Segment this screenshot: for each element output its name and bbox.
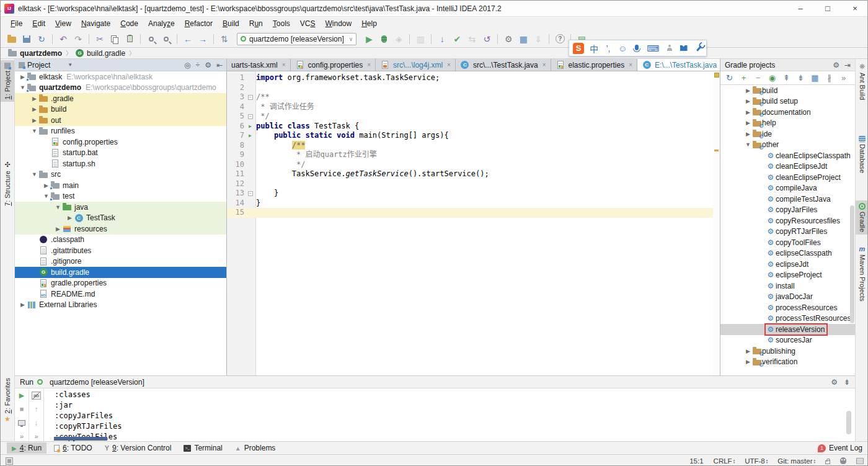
close-icon[interactable]: ×	[629, 61, 632, 68]
chevron-right-icon[interactable]: ▶	[54, 226, 62, 232]
tree-item-external-libraries[interactable]: ▶External Libraries	[15, 300, 226, 311]
coverage-icon[interactable]: ◈	[391, 32, 406, 46]
status-crlf[interactable]: CRLF▴▾	[714, 457, 735, 465]
find-icon[interactable]	[144, 32, 159, 46]
chevron-down-icon[interactable]: ▼	[30, 171, 38, 177]
settings-icon[interactable]: ⚙	[501, 32, 516, 46]
toolwindow-button-4--run[interactable]: ▶4: Run	[7, 442, 46, 454]
gradle-task-processtestresources[interactable]: ⚙processTestResources	[720, 313, 855, 325]
chevron-right-icon[interactable]: ▶	[744, 131, 752, 137]
gradle-task-cleaneclipseproject[interactable]: ⚙cleanEclipseProject	[720, 172, 855, 183]
menu-tools[interactable]: Tools	[268, 18, 295, 29]
tree-item-config.properties[interactable]: config.properties	[15, 137, 226, 148]
redo-icon[interactable]: ↷	[71, 32, 86, 46]
expand-all-icon[interactable]: ⇞	[780, 73, 793, 84]
stripe-button-gradle[interactable]: Gradle	[856, 200, 868, 235]
add-icon[interactable]: +	[737, 73, 750, 84]
menu-run[interactable]: Run	[244, 18, 268, 29]
fold-icon[interactable]: −	[244, 189, 256, 199]
hide-icon[interactable]: ⇥	[844, 61, 851, 69]
save-icon[interactable]	[19, 32, 34, 46]
tree-item-.classpath[interactable]: .classpath	[15, 235, 226, 246]
toolwindow-button-9--version-control[interactable]: Y9: Version Control	[100, 442, 177, 454]
compare-icon[interactable]: ⇆	[464, 32, 479, 46]
commit-icon[interactable]: ✔	[450, 32, 464, 46]
update-project-icon[interactable]: ↓	[435, 32, 450, 46]
editor-tab-e--...-testtask.java[interactable]: CE:\...\TestTask.java×	[637, 59, 720, 71]
stripe-warning-marker[interactable]	[714, 150, 719, 151]
back-icon[interactable]: ←	[180, 32, 195, 46]
status-15-1[interactable]: 15:1	[689, 457, 703, 465]
chevron-right-icon[interactable]: ▶	[744, 120, 752, 126]
revert-icon[interactable]: ↺	[479, 32, 494, 46]
tree-item-elktask[interactable]: ▶elktaskE:\workspace\hnai\elktask	[15, 71, 226, 83]
run-scrollbar[interactable]	[846, 411, 851, 434]
toolwindow-button-6--todo[interactable]: 6: TODO	[49, 442, 97, 454]
stripe-button-mavenprojects[interactable]: mMaven Projects	[856, 243, 868, 304]
chevron-down-icon[interactable]: ▼	[54, 204, 62, 210]
menu-analyze[interactable]: Analyze	[143, 18, 180, 29]
gradle-task-ide[interactable]: ▶⚙ide	[720, 128, 855, 140]
stripe-button-favorites[interactable]: 2: Favorites★	[1, 375, 14, 426]
hide-icon[interactable]: ⇟	[844, 378, 850, 387]
gradle-task-processresources[interactable]: ⚙processResources	[720, 302, 855, 313]
gradle-task-copyresourcesfiles[interactable]: ⚙copyResourcesfiles	[720, 215, 855, 226]
chevron-right-icon[interactable]: ▶	[30, 106, 38, 112]
tree-item-.gitignore[interactable]: .gitignore	[15, 256, 226, 267]
toolwindow-button-terminal[interactable]: >_Terminal	[179, 442, 227, 454]
down-icon[interactable]: ↓	[31, 418, 42, 427]
project-panel-title[interactable]: Project	[27, 61, 50, 69]
editor-tab-uarts-task.xml[interactable]: uarts-task.xml×	[227, 59, 291, 71]
gradle-task-verification[interactable]: ▶⚙verification	[720, 357, 855, 368]
gradle-task-publishing[interactable]: ▶⚙publishing	[720, 346, 855, 357]
editor-tab-elastic.properties[interactable]: elastic.properties×	[551, 59, 638, 71]
status-git--master[interactable]: Git: master▴▾	[777, 457, 815, 465]
tree-item-build.gradle[interactable]: Gbuild.gradle	[15, 267, 226, 278]
close-icon[interactable]: ×	[367, 61, 371, 68]
breadcrumb-item-quartzdemo[interactable]: quartzdemo	[6, 49, 64, 58]
gradle-task-help[interactable]: ▶⚙help	[720, 118, 855, 129]
download-icon[interactable]: ⇓	[531, 32, 546, 46]
stripe-button-antbuild[interactable]: ❋Ant Build	[856, 60, 868, 102]
breadcrumb-item-build.gradle[interactable]: Gbuild.gradle	[73, 49, 128, 58]
debug-icon[interactable]	[376, 32, 391, 46]
collapse-all-icon[interactable]: ÷	[196, 61, 200, 69]
chevron-right-icon[interactable]: ▶	[30, 96, 38, 102]
status-utf-8[interactable]: UTF-8▴▾	[745, 457, 768, 465]
maximize-button[interactable]: □	[814, 1, 841, 16]
stop-icon[interactable]: ■	[16, 405, 27, 413]
menu-navigate[interactable]: Navigate	[76, 18, 115, 29]
softwrap-icon[interactable]: ab	[31, 391, 42, 400]
close-icon[interactable]: ×	[542, 61, 546, 68]
run-configuration-select[interactable]: quartzdemo [releaseVersion]∨	[237, 33, 356, 45]
hector-inspector-icon[interactable]	[840, 457, 846, 464]
gradle-task-eclipsejdt[interactable]: ⚙eclipseJdt	[720, 259, 855, 270]
soft-keyboard-icon[interactable]: ⌨	[647, 43, 659, 53]
tree-item-java[interactable]: ▼java	[15, 202, 226, 213]
tree-item-src[interactable]: ▼src	[15, 169, 226, 181]
event-log-button[interactable]: 1Event Log	[818, 444, 862, 452]
gradle-task-documentation[interactable]: ▶⚙documentation	[720, 107, 855, 118]
gradle-task-releaseversion[interactable]: ⚙releaseVersion	[720, 324, 855, 335]
tree-item-out[interactable]: ▶out	[15, 115, 226, 126]
person-icon[interactable]	[665, 45, 674, 52]
emoji-icon[interactable]: ☺	[618, 43, 627, 53]
group-tasks-icon[interactable]: ▦	[808, 73, 822, 84]
copy-icon[interactable]	[107, 32, 122, 46]
remove-icon[interactable]: −	[751, 73, 764, 84]
gradle-task-cleaneclipseclasspath[interactable]: ⚙cleanEclipseClasspath	[720, 150, 855, 161]
gradle-task-javadocjar[interactable]: ⚙javaDocJar	[720, 292, 855, 303]
forward-icon[interactable]: →	[195, 32, 210, 46]
toolwindow-switcher-icon[interactable]	[6, 457, 13, 465]
run-line-icon[interactable]: ▶	[244, 131, 256, 141]
menu-edit[interactable]: Edit	[27, 18, 50, 29]
stripe-button-database[interactable]: Database	[856, 133, 868, 176]
chevron-right-icon[interactable]: ▶	[66, 215, 74, 221]
lock-icon[interactable]	[825, 460, 830, 464]
fold-icon[interactable]: −	[244, 92, 256, 102]
close-icon[interactable]: ×	[282, 61, 286, 68]
gradle-scrollbar[interactable]	[850, 205, 854, 323]
chevron-right-icon[interactable]: ▶	[744, 98, 752, 104]
chevron-right-icon[interactable]: ▶	[30, 117, 38, 123]
gradle-task-eclipseproject[interactable]: ⚙eclipseProject	[720, 270, 855, 281]
